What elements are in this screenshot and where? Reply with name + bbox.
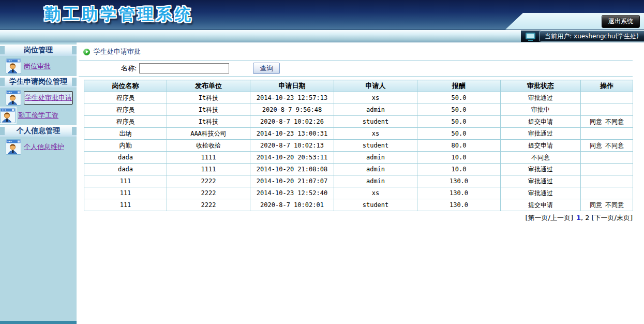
sidebar-section-header: 学生申请岗位管理: [0, 76, 77, 87]
applications-table: 岗位名称发布单位申请日期申请人报酬审批状态操作 程序员It科技2014-10-2…: [84, 80, 633, 211]
column-header: 操作: [581, 80, 633, 92]
search-input[interactable]: [139, 63, 229, 73]
pagination-current-page: 1: [576, 214, 581, 222]
cell-approval-status: 审批中: [501, 104, 581, 116]
cell-publish-unit: 2222: [167, 187, 250, 199]
sidebar-item[interactable]: 勤工俭学工资: [0, 107, 77, 124]
disagree-link[interactable]: 不同意: [605, 118, 624, 125]
table-row: 程序员It科技2020-8-7 10:02:26student50.0提交申请同…: [84, 116, 633, 128]
query-button[interactable]: 查询: [253, 63, 280, 74]
table-row: dada11112014-10-20 20:53:11admin10.0不同意: [84, 152, 633, 164]
table-row: 程序员It科技2014-10-23 12:57:13xs50.0审批通过: [84, 92, 633, 104]
table-row: 出纳AAA科技公司2014-10-23 13:00:31xs50.0审批通过: [84, 128, 633, 140]
app-window: 勤工助学管理系统 退出系统 当前用户: xueshengchu(学生处) 岗位管…: [0, 0, 644, 324]
sidebar-item[interactable]: 岗位审批: [0, 57, 77, 75]
cell-pay: 130.0: [417, 175, 501, 187]
current-user-bar: 当前用户: xueshengchu(学生处): [521, 31, 644, 42]
cell-approval-status: 审批通过: [501, 128, 581, 140]
column-header: 审批状态: [501, 80, 581, 92]
cell-pay: 130.0: [417, 187, 501, 199]
monitor-icon: [526, 33, 535, 39]
cell-position-name: 内勤: [84, 140, 167, 152]
main-content: 学生处申请审批 名称: 查询 岗位名称发布单位申请日期申请人报酬审批状态操作 程…: [77, 42, 644, 324]
cell-position-name: 111: [84, 175, 167, 187]
disagree-link[interactable]: 不同意: [605, 142, 624, 149]
cell-apply-date: 2014-10-20 21:08:08: [250, 164, 334, 175]
sidebar-section-header: 个人信息管理: [0, 125, 77, 137]
column-header: 岗位名称: [84, 80, 167, 92]
cell-actions: [581, 128, 633, 140]
content-layout: 岗位管理 岗位审批学生申请岗位管理 学生处审批申请: [0, 42, 644, 324]
cell-apply-date: 2014-10-23 12:52:40: [250, 187, 334, 199]
cell-pay: 50.0: [417, 116, 501, 128]
cell-approval-status: 不同意: [501, 152, 581, 164]
table-header-row: 岗位名称发布单位申请日期申请人报酬审批状态操作: [84, 80, 633, 92]
current-user-label: 当前用户: xueshengchu(学生处): [539, 31, 644, 42]
sidebar-item[interactable]: 个人信息维护: [0, 138, 77, 156]
column-header: 申请日期: [250, 80, 334, 92]
agree-link[interactable]: 同意: [590, 142, 602, 149]
cell-applicant: admin: [334, 175, 417, 187]
cell-position-name: 出纳: [84, 128, 167, 140]
sidebar-section-title: 岗位管理: [24, 46, 53, 55]
table-row: dada11112014-10-20 21:08:08admin10.0审批通过: [84, 164, 633, 175]
cell-pay: 50.0: [417, 104, 501, 116]
sidebar-item-link[interactable]: 岗位审批: [24, 62, 51, 71]
cell-actions: 同意不同意: [581, 140, 633, 152]
app-title: 勤工助学管理系统: [44, 4, 193, 25]
table-row: 11122222014-10-20 21:07:07admin130.0审批通过: [84, 175, 633, 187]
cell-publish-unit: 1111: [167, 152, 250, 164]
cell-publish-unit: 1111: [167, 164, 250, 175]
column-header: 申请人: [334, 80, 417, 92]
sidebar-item-link[interactable]: 勤工俭学工资: [18, 111, 58, 120]
sidebar-item[interactable]: 学生处审批申请: [0, 89, 77, 107]
cell-actions: [581, 187, 633, 199]
cell-position-name: 111: [84, 187, 167, 199]
cell-position-name: 程序员: [84, 116, 167, 128]
cell-applicant: student: [334, 140, 417, 152]
cell-apply-date: 2014-10-23 12:57:13: [250, 92, 334, 104]
cell-actions: 同意不同意: [581, 199, 633, 211]
cell-publish-unit: 2222: [167, 175, 250, 187]
sidebar-item-link[interactable]: 学生处审批申请: [24, 91, 73, 105]
column-header: 发布单位: [167, 80, 250, 92]
cell-position-name: dada: [84, 164, 167, 175]
pagination-first-prev-link[interactable]: [第一页/上一页]: [525, 214, 573, 222]
cell-apply-date: 2014-10-20 21:07:07: [250, 175, 334, 187]
table-row: 程序员It科技2020-8-7 9:56:48admin50.0审批中: [84, 104, 633, 116]
user-window-icon: [6, 58, 21, 74]
agree-link[interactable]: 同意: [590, 118, 602, 125]
cell-applicant: admin: [334, 152, 417, 164]
breadcrumb: 学生处申请审批: [77, 42, 644, 60]
cell-apply-date: 2020-8-7 10:02:13: [250, 140, 334, 152]
sidebar: 岗位管理 岗位审批学生申请岗位管理 学生处审批申请: [0, 42, 77, 324]
cell-apply-date: 2020-8-7 9:56:48: [250, 104, 334, 116]
cell-pay: 50.0: [417, 92, 501, 104]
pagination-next-last-link[interactable]: [下一页/末页]: [591, 214, 633, 222]
disagree-link[interactable]: 不同意: [605, 201, 624, 209]
cell-apply-date: 2020-8-7 10:02:01: [250, 199, 334, 211]
agree-link[interactable]: 同意: [590, 201, 602, 209]
cell-publish-unit: It科技: [167, 116, 250, 128]
app-header: 勤工助学管理系统 退出系统: [0, 0, 644, 30]
table-row: 11122222014-10-23 12:52:40xs130.0审批通过: [84, 187, 633, 199]
cell-pay: 10.0: [417, 152, 501, 164]
user-window-icon: [0, 108, 16, 123]
cell-apply-date: 2014-10-23 13:00:31: [250, 128, 334, 140]
pagination: [第一页/上一页]1,2[下一页/末页]: [84, 211, 633, 223]
pagination-separator: ,: [581, 214, 583, 222]
logout-button[interactable]: 退出系统: [602, 15, 640, 28]
cell-publish-unit: 收拾收拾: [167, 140, 250, 152]
sidebar-item-link[interactable]: 个人信息维护: [24, 142, 64, 152]
cell-position-name: 程序员: [84, 92, 167, 104]
cell-position-name: 111: [84, 199, 167, 211]
pagination-page-2-link[interactable]: 2: [585, 214, 589, 222]
cell-approval-status: 审批通过: [501, 187, 581, 199]
user-window-icon: [6, 139, 21, 155]
cell-applicant: admin: [334, 164, 417, 175]
cell-actions: 同意不同意: [581, 116, 633, 128]
cell-approval-status: 提交申请: [501, 116, 581, 128]
cell-pay: 50.0: [417, 128, 501, 140]
cell-approval-status: 提交申请: [501, 140, 581, 152]
sidebar-section-header: 岗位管理: [0, 45, 77, 56]
